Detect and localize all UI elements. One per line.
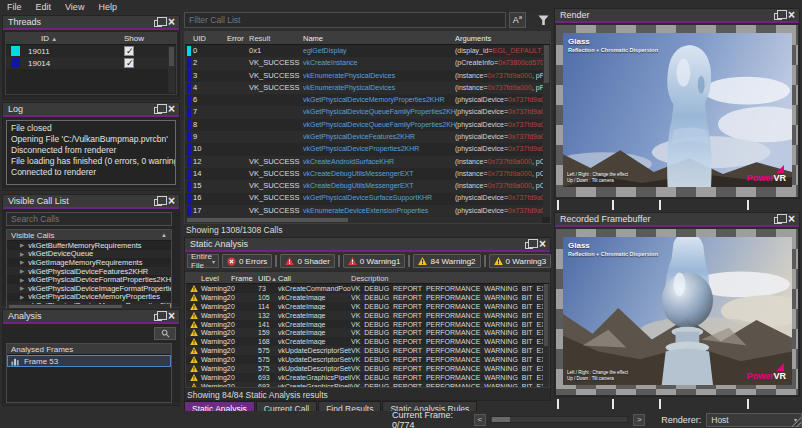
float-panel-icon[interactable] — [774, 217, 782, 224]
visible-call-item[interactable]: ▶ vkGetBufferMemoryRequirements — [7, 241, 171, 250]
call-name-link[interactable]: vkCreateDebugUtilsMessengerEXT — [303, 168, 455, 181]
close-panel-icon[interactable]: × — [788, 214, 795, 224]
thread-row[interactable]: 19011 — [6, 45, 176, 57]
menu-item[interactable]: Edit — [29, 2, 59, 12]
static-analysis-row[interactable]: Warning2 0 159 vkCreateImage VK_DEBUG_RE… — [186, 328, 549, 337]
call-name-link[interactable]: vkCreateInstance — [303, 57, 455, 70]
call-name-link[interactable]: vkEnumeratePhysicalDevices — [303, 70, 455, 83]
warning2-filter-button[interactable]: 84 Warning2 — [413, 254, 480, 268]
scope-select[interactable]: Entire File▾ — [187, 254, 219, 268]
prev-frame-button[interactable]: < — [474, 414, 486, 426]
menu-item[interactable]: View — [58, 2, 91, 12]
next-frame-button[interactable]: > — [633, 414, 645, 426]
float-panel-icon[interactable] — [774, 13, 782, 20]
static-analysis-row[interactable]: Warning2 0 105 vkCreateImage VK_DEBUG_RE… — [186, 293, 549, 302]
menu-item[interactable]: File — [0, 2, 29, 12]
call-name-link[interactable]: vkEnumerateDeviceExtensionProperties — [303, 205, 455, 218]
close-panel-icon[interactable]: × — [168, 311, 175, 321]
call-row[interactable]: 17 VK_SUCCESS vkEnumerateDeviceExtension… — [185, 205, 550, 217]
thread-show-checkbox[interactable] — [124, 58, 134, 68]
match-case-button[interactable]: Aa — [509, 12, 526, 28]
static-analysis-row[interactable]: Warning2 0 141 vkCreateImage VK_DEBUG_RE… — [186, 320, 549, 329]
static-analysis-row[interactable]: Warning2 0 73 vkCreateCommandPool VK_DEB… — [186, 284, 549, 293]
static-analysis-row[interactable]: Warning2 0 575 vkUpdateDescriptorSets VK… — [186, 346, 549, 355]
call-row[interactable]: 3 VK_SUCCESS vkEnumeratePhysicalDevices … — [185, 70, 550, 82]
close-panel-icon[interactable]: × — [168, 104, 175, 114]
call-row[interactable]: 9 vkGetPhysicalDeviceFeatures2KHR (physi… — [185, 131, 550, 143]
static-analysis-row[interactable]: Warning2 0 132 vkCreateImage VK_DEBUG_RE… — [186, 311, 549, 320]
expand-icon[interactable]: ▶ — [20, 268, 24, 274]
call-list-hscrollbar[interactable] — [185, 217, 542, 223]
close-panel-icon[interactable]: × — [168, 17, 175, 27]
call-list-vscrollbar[interactable] — [543, 45, 550, 217]
frame-slider[interactable] — [490, 416, 629, 423]
call-row[interactable]: 10 vkGetPhysicalDeviceProperties2KHR (ph… — [185, 143, 550, 155]
errors-filter-button[interactable]: 0 Errors — [222, 254, 272, 268]
search-calls-input[interactable] — [6, 212, 172, 226]
warning3-filter-button[interactable]: 0 Warning3 — [489, 254, 552, 268]
expand-icon[interactable]: ▶ — [20, 285, 24, 291]
filter-funnel-button[interactable] — [535, 12, 551, 28]
threads-table-header[interactable]: ID ▲ Show — [6, 33, 176, 45]
static-analysis-scrollbar[interactable] — [543, 284, 549, 387]
call-row[interactable]: 2 VK_SUCCESS vkCreateInstance (pCreateIn… — [185, 57, 550, 69]
expand-icon[interactable]: ▶ — [20, 251, 24, 257]
static-analysis-row[interactable]: Warning2 0 693 vkCreateGraphicsPipelines… — [186, 373, 549, 382]
float-panel-icon[interactable] — [525, 242, 533, 249]
close-panel-icon[interactable]: × — [168, 196, 175, 206]
call-row[interactable]: 16 VK_SUCCESS vkGetPhysicalDeviceSurface… — [185, 193, 550, 205]
expand-icon[interactable]: ▶ — [20, 259, 24, 265]
thread-row[interactable]: 19014 — [6, 57, 176, 69]
call-name-link[interactable]: vkCreateAndroidSurfaceKHR — [303, 156, 455, 169]
call-row[interactable]: 15 VK_SUCCESS vkCreateDebugUtilsMessenge… — [185, 180, 550, 192]
visible-call-item[interactable]: ▶ vkGetPhysicalDeviceImageFormatProperti… — [7, 284, 171, 293]
analysed-frame-item[interactable]: Frame 53 — [7, 355, 171, 367]
call-name-link[interactable]: vkGetPhysicalDeviceFeatures2KHR — [303, 131, 455, 144]
visible-call-item[interactable]: ▶ vkGetPhysicalDeviceFormatProperties2KH… — [7, 275, 171, 284]
visible-calls-header[interactable]: Visible Calls ▲ — [7, 230, 171, 241]
call-name-link[interactable]: vkEnumeratePhysicalDevices — [303, 82, 455, 95]
close-panel-icon[interactable]: × — [539, 239, 546, 249]
expand-icon[interactable]: ▶ — [20, 277, 24, 283]
float-panel-icon[interactable] — [154, 20, 162, 27]
float-panel-icon[interactable] — [154, 199, 162, 206]
call-row[interactable]: 12 VK_SUCCESS vkCreateAndroidSurfaceKHR … — [185, 156, 550, 168]
expand-icon[interactable]: ▶ — [20, 294, 24, 300]
call-row[interactable]: 0 0x1 eglGetDisplay (display_id=EGL_DEFA… — [185, 45, 550, 57]
shader-filter-button[interactable]: 0 Shader — [280, 254, 334, 268]
call-name-link[interactable]: vkGetPhysicalDeviceSurfaceSupportKHR — [303, 192, 455, 205]
float-panel-icon[interactable] — [154, 107, 162, 114]
frame-slider-thumb[interactable] — [492, 417, 510, 422]
call-list-header[interactable]: UID Error Result Name Arguments — [185, 32, 550, 45]
static-analysis-row[interactable]: Warning2 0 168 vkCreateImage VK_DEBUG_RE… — [186, 337, 549, 346]
call-name-link[interactable]: vkGetPhysicalDeviceQueueFamilyProperties… — [303, 106, 455, 119]
analyse-button[interactable] — [154, 327, 176, 340]
call-row[interactable]: 7 vkGetPhysicalDeviceQueueFamilyProperti… — [185, 106, 550, 118]
static-analysis-header[interactable]: Level Frame UID▲ Call Description — [186, 273, 549, 284]
static-analysis-row[interactable]: Warning2 0 114 vkCreateImage VK_DEBUG_RE… — [186, 302, 549, 311]
expand-icon[interactable]: ▶ — [20, 242, 24, 248]
call-name-link[interactable]: vkGetPhysicalDeviceProperties2KHR — [303, 143, 455, 156]
collapse-icon[interactable]: ▲ — [161, 232, 167, 238]
threads-scrollbar[interactable] — [168, 46, 175, 93]
call-name-link[interactable]: vkCreateDebugUtilsMessengerEXT — [303, 180, 455, 193]
call-name-link[interactable]: eglGetDisplay — [303, 45, 455, 58]
static-analysis-row[interactable]: Warning2 0 693 vkCreateGraphicsPipelines… — [186, 382, 549, 388]
visible-call-item[interactable]: ▶ vkGetPhysicalDeviceMemoryProperties — [7, 293, 171, 302]
renderer-select[interactable]: Host▾ — [706, 413, 802, 427]
warning1-filter-button[interactable]: 0 Warning1 — [343, 254, 406, 268]
close-panel-icon[interactable]: × — [788, 10, 795, 20]
visible-call-item[interactable]: ▶ vkGetDeviceQueue — [7, 250, 171, 259]
call-name-link[interactable]: vkGetPhysicalDeviceQueueFamilyProperties… — [303, 119, 455, 132]
visible-call-item[interactable]: ▶ vkGetPhysicalDeviceFeatures2KHR — [7, 267, 171, 276]
thread-show-checkbox[interactable] — [124, 46, 134, 56]
call-row[interactable]: 8 vkGetPhysicalDeviceQueueFamilyProperti… — [185, 119, 550, 131]
filter-call-list-input[interactable] — [184, 12, 506, 28]
float-panel-icon[interactable] — [154, 314, 162, 321]
static-analysis-row[interactable]: Warning2 0 575 vkUpdateDescriptorSets VK… — [186, 355, 549, 364]
static-analysis-row[interactable]: Warning2 0 575 vkUpdateDescriptorSets VK… — [186, 364, 549, 373]
call-name-link[interactable]: vkGetPhysicalDeviceMemoryProperties2KHR — [303, 94, 455, 107]
visible-call-item[interactable]: ▶ vkGetImageMemoryRequirements — [7, 258, 171, 267]
call-row[interactable]: 4 VK_SUCCESS vkEnumeratePhysicalDevices … — [185, 82, 550, 94]
call-row[interactable]: 14 VK_SUCCESS vkCreateDebugUtilsMessenge… — [185, 168, 550, 180]
